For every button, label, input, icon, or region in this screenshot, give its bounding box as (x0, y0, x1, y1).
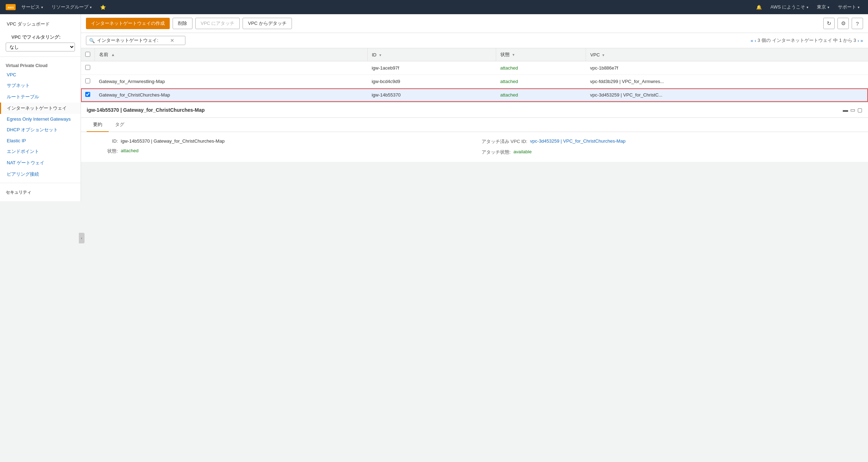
sidebar-item-subnets[interactable]: サブネット (0, 80, 81, 91)
sidebar-item-dhcp[interactable]: DHCP オプションセット (0, 124, 81, 136)
row-checkbox[interactable] (85, 78, 90, 83)
row-name: Gateway_for_Armwrestling-Map (95, 75, 368, 88)
row-checkbox-cell (81, 75, 95, 88)
pagination-first-icon[interactable]: « (750, 38, 753, 43)
detail-id-label: ID: (89, 138, 118, 144)
detail-title: igw-14b55370 | Gateway_for_ChristChurche… (87, 107, 205, 113)
section-title-security: セキュリティ (0, 186, 81, 197)
row-state: attached (496, 88, 586, 102)
help-button[interactable]: ? (852, 18, 863, 29)
create-gateway-button[interactable]: インターネットゲートウェイの作成 (86, 18, 170, 29)
tab-tags[interactable]: タグ (109, 118, 131, 132)
search-clear-icon[interactable]: ✕ (170, 38, 174, 43)
col-name[interactable]: 名前 ▲ (95, 48, 368, 61)
pagination-prev-icon[interactable]: ‹ (755, 38, 756, 43)
sidebar-collapse-btn[interactable]: ‹ (79, 233, 85, 243)
row-checkbox-cell (81, 61, 95, 75)
sidebar-item-dashboard[interactable]: VPC ダッシュボード (0, 18, 81, 30)
col-state[interactable]: 状態 ▾ (496, 48, 586, 61)
detail-id-value: igw-14b55370 | Gateway_for_ChristChurche… (121, 138, 224, 144)
filter-select[interactable]: なし (6, 43, 75, 51)
main-content: インターネットゲートウェイの作成 削除 VPC にアタッチ VPC からデタッチ… (81, 14, 868, 462)
settings-button[interactable]: ⚙ (837, 18, 849, 29)
row-igw-id: igw-14b55370 (367, 88, 496, 102)
table-row[interactable]: Gateway_for_Armwrestling-Map igw-bcd4c9d… (81, 75, 868, 88)
row-vpc: vpc-fdd3b299 | VPC_for_Armwres... (586, 75, 868, 88)
col-vpc[interactable]: VPC ▾ (586, 48, 868, 61)
search-input-wrap: 🔍 ✕ (86, 36, 185, 45)
detail-icon-group: ▬ ▭ ▢ (843, 107, 862, 113)
state-sort-icon: ▾ (512, 53, 515, 57)
row-checkbox-cell (81, 88, 95, 102)
favorites-icon[interactable]: ⭐ (96, 0, 110, 14)
table-row[interactable]: igw-1aceb97f attached vpc-1b886e7f (81, 61, 868, 75)
table-wrap: 名前 ▲ ID ▾ 状態 ▾ VPC ▾ (81, 48, 868, 102)
tab-summary[interactable]: 要約 (87, 118, 109, 132)
gateways-table: 名前 ▲ ID ▾ 状態 ▾ VPC ▾ (81, 48, 868, 102)
detail-state-value: attached (121, 148, 139, 153)
sidebar-item-internet-gateways[interactable]: インターネットゲートウェイ (0, 103, 81, 114)
attach-vpc-button[interactable]: VPC にアタッチ (195, 18, 240, 29)
sidebar-item-elastic-ip[interactable]: Elastic IP (0, 136, 81, 146)
detail-icon-2[interactable]: ▭ (850, 107, 855, 113)
sidebar-item-peering[interactable]: ピアリング接続 (0, 169, 81, 180)
table-row[interactable]: Gateway_for_ChristChurches-Map igw-14b55… (81, 88, 868, 102)
detail-panel: igw-14b55370 | Gateway_for_ChristChurche… (81, 102, 868, 162)
filter-label: VPC でフィルタリング: (6, 32, 75, 43)
id-sort-icon: ▾ (379, 53, 381, 57)
delete-button[interactable]: 削除 (173, 18, 192, 29)
section-title-vpc: Virtual Private Cloud (0, 60, 81, 70)
aws-welcome-label: AWS にようこそ (770, 4, 805, 10)
sidebar-item-nat[interactable]: NAT ゲートウェイ (0, 157, 81, 169)
resource-groups-chevron-icon: ▾ (90, 5, 92, 9)
row-name (95, 61, 368, 75)
row-igw-id: igw-bcd4c9d9 (367, 75, 496, 88)
bell-icon[interactable]: 🔔 (752, 0, 766, 14)
support-label: サポート (838, 4, 856, 10)
services-menu[interactable]: サービス ▾ (17, 0, 47, 14)
row-igw-id: igw-1aceb97f (367, 61, 496, 75)
svg-text:AWS: AWS (7, 6, 14, 9)
row-checkbox[interactable] (85, 92, 90, 97)
sidebar-item-vpc[interactable]: VPC (0, 70, 81, 80)
refresh-button[interactable]: ↻ (823, 18, 835, 29)
top-nav-right: 🔔 AWS にようこそ ▾ 東京 ▾ サポート ▾ (752, 0, 864, 14)
sidebar-item-egress-only[interactable]: Egress Only Internet Gateways (0, 114, 81, 124)
region-menu[interactable]: 東京 ▾ (813, 0, 834, 14)
support-chevron-icon: ▾ (858, 5, 859, 9)
detail-field-state: 状態: attached (89, 148, 467, 154)
toolbar: インターネットゲートウェイの作成 削除 VPC にアタッチ VPC からデタッチ… (81, 14, 868, 33)
aws-logo[interactable]: AWS (4, 1, 17, 13)
detail-field-attach-state: アタッチ状態: available (482, 149, 859, 155)
resource-groups-label: リソースグループ (51, 4, 88, 10)
search-input[interactable] (97, 38, 168, 43)
detail-icon-1[interactable]: ▬ (843, 107, 848, 113)
row-name: Gateway_for_ChristChurches-Map (95, 88, 368, 102)
services-chevron-icon: ▾ (41, 5, 43, 9)
detach-vpc-button[interactable]: VPC からデタッチ (243, 18, 292, 29)
row-vpc: vpc-3d453259 | VPC_for_ChristC... (586, 88, 868, 102)
pagination-next-icon[interactable]: › (857, 38, 859, 43)
row-state: attached (496, 61, 586, 75)
col-id[interactable]: ID ▾ (367, 48, 496, 61)
row-state: attached (496, 75, 586, 88)
vpc-sort-icon: ▾ (602, 53, 604, 57)
row-checkbox[interactable] (85, 65, 90, 70)
detail-vpc-id-value[interactable]: vpc-3d453259 | VPC_for_ChristChurches-Ma… (530, 138, 626, 144)
support-menu[interactable]: サポート ▾ (834, 0, 864, 14)
resource-groups-menu[interactable]: リソースグループ ▾ (47, 0, 96, 14)
detail-left-col: ID: igw-14b55370 | Gateway_for_ChristChu… (89, 138, 467, 155)
region-chevron-icon: ▾ (828, 5, 829, 9)
select-all-header (81, 48, 95, 61)
detail-tabs: 要約 タグ (81, 118, 868, 132)
aws-welcome-menu[interactable]: AWS にようこそ ▾ (766, 0, 813, 14)
select-all-checkbox[interactable] (85, 52, 90, 57)
pagination-last-icon[interactable]: » (861, 38, 863, 43)
detail-icon-3[interactable]: ▢ (857, 107, 862, 113)
row-vpc: vpc-1b886e7f (586, 61, 868, 75)
sidebar-item-route-tables[interactable]: ルートテーブル (0, 91, 81, 103)
sidebar-item-endpoints[interactable]: エンドポイント (0, 146, 81, 157)
detail-state-label: 状態: (89, 148, 118, 154)
detail-field-id: ID: igw-14b55370 | Gateway_for_ChristChu… (89, 138, 467, 144)
top-navigation: AWS サービス ▾ リソースグループ ▾ ⭐ 🔔 AWS にようこそ ▾ 東京… (0, 0, 868, 14)
